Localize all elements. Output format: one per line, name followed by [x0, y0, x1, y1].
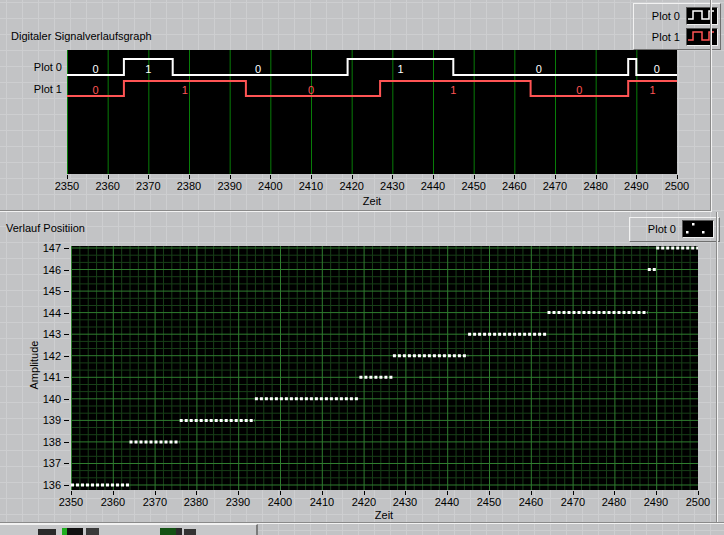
x-tick [596, 175, 597, 179]
digital-row-label-plot0: Plot 0 [20, 61, 62, 73]
x-tick [155, 491, 156, 495]
x-tick-label: 2490 [636, 496, 676, 508]
digital-x-axis-label: Zeit [352, 195, 392, 207]
x-tick [573, 491, 574, 495]
y-tick [64, 485, 69, 486]
digital-graph-title: Digitaler Signalverlaufsgraph [11, 30, 152, 42]
x-tick-label: 2390 [210, 180, 250, 192]
square-wave-icon[interactable] [686, 28, 718, 46]
bottom-pane-right-edge-highlight [717, 212, 718, 523]
position-chart-title: Verlauf Positiion [6, 222, 85, 234]
x-tick [238, 491, 239, 495]
x-tick [677, 175, 678, 179]
x-tick-label: 2410 [302, 496, 342, 508]
position-chart-legend: Plot 0 [629, 217, 720, 242]
x-tick-label: 2360 [88, 180, 128, 192]
legend-item-plot1[interactable]: Plot 1 [634, 28, 718, 46]
x-tick [405, 491, 406, 495]
x-tick-label: 2470 [535, 180, 575, 192]
scatter-dots-icon[interactable] [682, 220, 714, 238]
x-tick-label: 2390 [218, 496, 258, 508]
front-panel: { "panel": { "top_section": { "title": "… [0, 0, 724, 535]
x-tick [113, 491, 114, 495]
x-tick [555, 175, 556, 179]
x-tick [230, 175, 231, 179]
y-tick-label: 141 [28, 371, 61, 383]
legend-item-plot0[interactable]: Plot 0 [634, 7, 718, 25]
digital-plot-area[interactable]: 010100010101 [67, 50, 677, 174]
square-wave-icon[interactable] [686, 7, 718, 25]
x-tick-label: 2440 [413, 180, 453, 192]
x-tick-label: 2500 [678, 496, 718, 508]
digital-row-label-plot1: Plot 1 [20, 83, 62, 95]
x-tick [189, 175, 190, 179]
y-tick [64, 291, 69, 292]
x-tick [352, 175, 353, 179]
x-tick-label: 2480 [594, 496, 634, 508]
legend-item-plot0[interactable]: Plot 0 [630, 220, 714, 238]
svg-text:1: 1 [145, 63, 151, 75]
x-tick [196, 491, 197, 495]
x-tick [392, 175, 393, 179]
x-tick [67, 175, 68, 179]
svg-text:0: 0 [308, 84, 314, 96]
svg-text:0: 0 [536, 63, 542, 75]
x-tick-label: 2430 [372, 180, 412, 192]
svg-text:0: 0 [92, 84, 98, 96]
x-tick [108, 175, 109, 179]
toolbar-icon-fragment[interactable] [38, 529, 56, 535]
svg-text:0: 0 [255, 63, 261, 75]
x-tick [698, 491, 699, 495]
x-tick-label: 2500 [657, 180, 697, 192]
x-tick-label: 2430 [385, 496, 425, 508]
y-tick [64, 420, 69, 421]
x-tick-label: 2400 [260, 496, 300, 508]
x-tick-label: 2440 [427, 496, 467, 508]
x-tick [531, 491, 532, 495]
toolbar-icon-fragment[interactable] [184, 529, 196, 535]
toolbar-icon-fragment[interactable] [160, 528, 182, 535]
x-tick-label: 2380 [176, 496, 216, 508]
svg-text:0: 0 [654, 63, 660, 75]
x-tick-label: 2460 [511, 496, 551, 508]
position-x-axis-label: Zeit [364, 509, 404, 521]
x-tick-label: 2480 [576, 180, 616, 192]
x-tick [489, 491, 490, 495]
background-window-edge[interactable] [0, 524, 258, 535]
y-tick-label: 143 [28, 328, 61, 340]
x-tick [71, 491, 72, 495]
digital-waveform-graph: Digitaler Signalverlaufsgraph Plot 0 Plo… [0, 0, 724, 212]
x-tick [311, 175, 312, 179]
x-tick-label: 2420 [332, 180, 372, 192]
x-tick [514, 175, 515, 179]
y-tick [64, 399, 69, 400]
toolbar-icon-fragment[interactable] [86, 528, 99, 535]
x-tick-label: 2490 [616, 180, 656, 192]
x-tick-label: 2470 [553, 496, 593, 508]
legend-plot0-label: Plot 0 [634, 10, 686, 22]
x-tick [447, 491, 448, 495]
x-tick-label: 2400 [250, 180, 290, 192]
position-history-chart: Verlauf Positiion Plot 0 Amplitude Zeit … [0, 212, 724, 524]
y-tick-label: 139 [28, 414, 61, 426]
svg-text:0: 0 [576, 84, 582, 96]
toolbar-icon-fragment[interactable] [62, 528, 83, 535]
y-tick-label: 142 [28, 350, 61, 362]
digital-graph-legend: Plot 0 Plot 1 [633, 3, 721, 50]
x-tick-label: 2380 [169, 180, 209, 192]
x-tick [433, 175, 434, 179]
x-tick-label: 2350 [51, 496, 91, 508]
x-tick [270, 175, 271, 179]
x-tick [280, 491, 281, 495]
x-tick [322, 491, 323, 495]
y-tick [64, 248, 69, 249]
legend-plot0-label: Plot 0 [630, 223, 682, 235]
y-tick [64, 377, 69, 378]
svg-text:1: 1 [182, 84, 188, 96]
y-tick [64, 442, 69, 443]
top-pane-right-edge-highlight [711, 0, 712, 211]
x-tick [148, 175, 149, 179]
svg-text:1: 1 [397, 63, 403, 75]
y-tick-label: 136 [28, 479, 61, 491]
position-plot-area[interactable] [71, 246, 698, 490]
